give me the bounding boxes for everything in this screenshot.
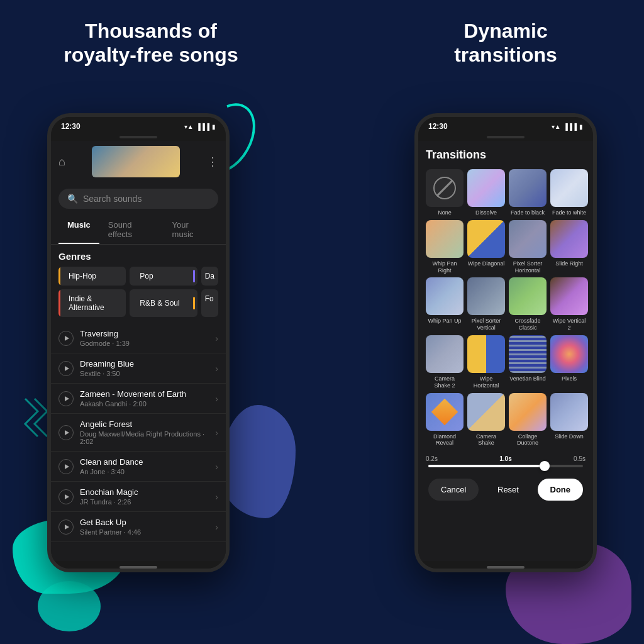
genre-da[interactable]: Da [201,267,218,286]
transition-whip-right[interactable]: Whip Pan Right [426,220,464,274]
slider-track[interactable] [428,465,583,467]
genre-hiphop-label: Hip-Hop [65,272,96,280]
transition-dissolve[interactable]: Dissolve [467,169,505,216]
home-icon[interactable]: ⌂ [58,155,65,169]
transition-fade-black[interactable]: Fade to black [509,169,547,216]
trans-label-wipe-horiz: Wipe Horizontal [467,375,505,389]
trans-label-pixels: Pixels [562,375,577,382]
song-arrow-2: › [215,394,218,404]
trans-label-none: None [438,209,452,216]
transition-pixel-vert[interactable]: Pixel Sorter Vertical [467,277,505,331]
song-arrow-3: › [215,428,218,438]
trans-thumb-slide-down [550,393,588,431]
slider-thumb[interactable] [540,461,550,471]
trans-thumb-pixels [550,335,588,373]
trans-label-crossfade: Crossfade Classic [509,318,547,331]
cancel-button[interactable]: Cancel [428,479,479,501]
transition-fade-white[interactable]: Fade to white [550,169,588,216]
slider-current-label: 1.0s [499,455,511,462]
transition-pixel-horiz[interactable]: Pixel Sorter Horizontal [509,220,547,274]
genres-section: Genres Hip-Hop Pop Da Indie & Alternativ… [51,245,226,321]
transition-camera-shake[interactable]: Camera Shake [467,393,505,447]
search-placeholder-text: Search sounds [83,194,142,204]
reset-button[interactable]: Reset [497,485,519,494]
right-status-icons: ▾▲ ▐▐▐ ▮ [552,123,583,130]
transition-wipe-horiz[interactable]: Wipe Horizontal [467,335,505,389]
play-btn-2[interactable] [58,391,74,406]
play-btn-3[interactable] [58,425,74,440]
transition-collage[interactable]: Collage Duotone [509,393,547,447]
song-item-0[interactable]: Traversing Godmode · 1:39 › [51,323,226,353]
transition-crossfade[interactable]: Crossfade Classic [509,277,547,331]
trans-thumb-dissolve [467,169,505,207]
slider-min-label: 0.2s [426,455,438,462]
menu-icon[interactable]: ⋮ [207,155,218,169]
trans-label-diamond: Diamond Reveal [426,433,464,447]
genre-hiphop[interactable]: Hip-Hop [58,267,126,286]
bg-blob-teal2 [38,581,101,631]
tab-your-music[interactable]: Your music [164,215,218,244]
genre-fo[interactable]: Fo [201,289,218,317]
left-home-indicator [51,561,226,572]
done-button[interactable]: Done [538,479,584,501]
trans-label-fade-black: Fade to black [511,209,545,216]
trans-label-pixel-horiz: Pixel Sorter Horizontal [509,260,547,274]
play-btn-1[interactable] [58,361,74,376]
transition-camera2[interactable]: Camera Shake 2 [426,335,464,389]
wifi-icon: ▾▲ [184,123,194,130]
transition-diamond[interactable]: Diamond Reveal [426,393,464,447]
trans-label-slide-right: Slide Right [555,260,583,267]
play-btn-5[interactable] [58,489,74,504]
song-title-6: Get Back Up [80,518,209,527]
song-item-4[interactable]: Clean and Dance An Jone · 3:40 › [51,452,226,482]
transition-wipe-diag[interactable]: Wipe Diagonal [467,220,505,274]
play-btn-6[interactable] [58,519,74,535]
right-phone-content: Transitions None Dissolve Fade to black [418,141,593,561]
trans-thumb-diamond [426,393,464,431]
genre-rnb-label: R&B & Soul [136,299,179,308]
genre-pop[interactable]: Pop [130,267,197,286]
tab-music[interactable]: Music [58,215,99,244]
song-meta-1: Sextile · 3:50 [80,370,209,377]
song-item-1[interactable]: Dreaming Blue Sextile · 3:50 › [51,353,226,384]
song-title-2: Zameen - Movement of Earth [80,389,209,399]
song-arrow-1: › [215,364,218,374]
trans-thumb-pixel-horiz [509,220,547,258]
song-item-3[interactable]: Angelic Forest Doug Maxwell/Media Right … [51,414,226,452]
phone-right: 12:30 ▾▲ ▐▐▐ ▮ Transitions None Dissolve [414,113,597,572]
transition-pixels[interactable]: Pixels [550,335,588,389]
transition-slide-right[interactable]: Slide Right [550,220,588,274]
battery-icon: ▮ [212,123,216,130]
slider-fill [428,465,545,467]
song-item-2[interactable]: Zameen - Movement of Earth Aakash Gandhi… [51,384,226,414]
trans-label-camera-shake: Camera Shake [467,433,505,447]
trans-thumb-crossfade [509,277,547,315]
genre-rnb[interactable]: R&B & Soul [130,289,197,317]
trans-thumb-venetian [509,335,547,373]
left-header-bar: ⌂ ⋮ [51,141,226,182]
transition-none[interactable]: None [426,169,464,216]
transition-venetian[interactable]: Venetian Blind [509,335,547,389]
transition-wipe-vert2[interactable]: Wipe Vertical 2 [550,277,588,331]
genre-indie[interactable]: Indie & Alternative [58,289,126,317]
play-btn-4[interactable] [58,459,74,474]
trans-thumb-camera-shake [467,393,505,431]
transition-whip-up[interactable]: Whip Pan Up [426,277,464,331]
tab-sound-effects[interactable]: Sound effects [99,215,164,244]
transitions-title: Transitions [426,148,586,162]
search-bar[interactable]: 🔍 Search sounds [58,189,218,209]
song-title-0: Traversing [80,329,209,338]
right-wifi-icon: ▾▲ [552,123,561,130]
song-list: Traversing Godmode · 1:39 › Dreaming Blu… [51,321,226,545]
genre-pop-label: Pop [136,272,153,280]
song-item-6[interactable]: Get Back Up Silent Partner · 4:46 › [51,512,226,542]
play-btn-0[interactable] [58,331,74,346]
song-item-5[interactable]: Enochian Magic JR Tundra · 2:26 › [51,482,226,512]
right-section-title: Dynamic transitions [386,19,625,67]
song-info-3: Angelic Forest Doug Maxwell/Media Right … [80,419,209,445]
song-arrow-5: › [215,492,218,502]
diamond-shape [431,398,458,425]
song-meta-5: JR Tundra · 2:26 [80,498,209,506]
transition-slide-down[interactable]: Slide Down [550,393,588,447]
slider-max-label: 0.5s [574,455,586,462]
